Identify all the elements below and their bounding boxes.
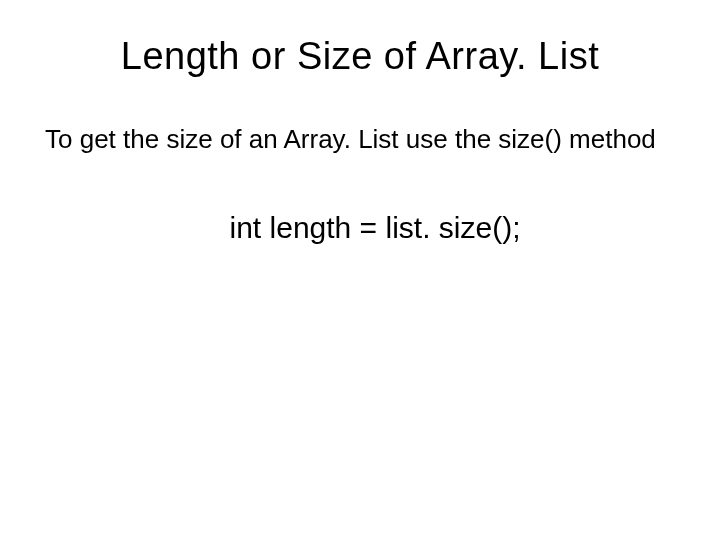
code-example: int length = list. size(); [40, 211, 680, 245]
slide-body-text: To get the size of an Array. List use th… [40, 123, 680, 156]
slide-container: Length or Size of Array. List To get the… [0, 0, 720, 540]
slide-title: Length or Size of Array. List [40, 35, 680, 78]
